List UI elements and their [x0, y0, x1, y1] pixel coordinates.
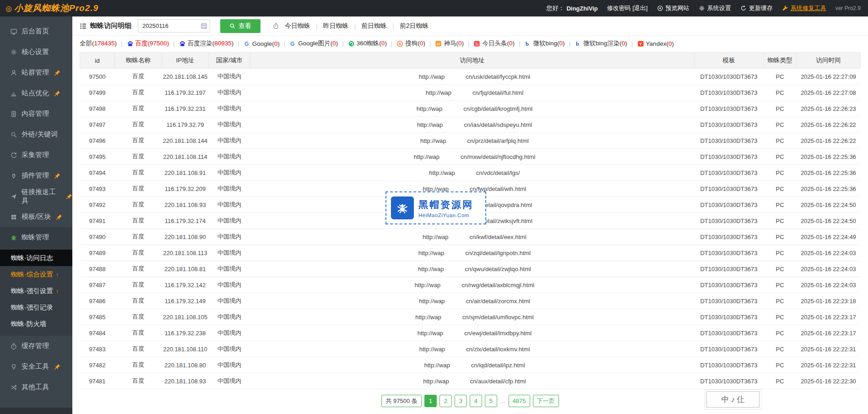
stopwatch-icon: [272, 22, 279, 29]
quick-link-3[interactable]: 前2日蜘蛛: [400, 22, 429, 30]
submenu-item-spider-force-log[interactable]: 蜘蛛·强引记录: [0, 299, 72, 316]
cell-spider-type: PC: [764, 373, 797, 389]
sidebar-item-core[interactable]: 核心设置: [0, 42, 72, 62]
sidebar-item-tools[interactable]: 其他工具: [0, 377, 72, 398]
cell-spider-type: PC: [764, 309, 797, 325]
page-button-1[interactable]: 1: [424, 395, 437, 407]
sidebar-item-templates[interactable]: 模板/区块: [0, 207, 72, 227]
filter-Yandex[interactable]: YYandex(0): [637, 40, 674, 47]
separator: |: [342, 40, 344, 47]
refresh-icon: [740, 5, 747, 11]
quick-link-1[interactable]: 昨日蜘蛛: [323, 22, 349, 30]
sidebar-item-sites[interactable]: 站群管理: [0, 62, 72, 83]
filter-百度渲染[interactable]: 百度渲染(80935): [179, 39, 234, 48]
quick-link-2[interactable]: 前日蜘蛛: [361, 22, 387, 30]
cell-url: http://wapcn/cgb/detail/krogtmfj.html: [250, 101, 694, 117]
submenu-item-spider-log[interactable]: 蜘蛛·访问日志: [0, 250, 72, 266]
filter-搜狗[interactable]: S搜狗(0): [396, 39, 425, 48]
pin-icon: [54, 90, 60, 97]
separator: |: [238, 40, 239, 47]
col-header-访问时间: 访问时间: [797, 53, 861, 69]
cell-spider-name: 百度: [115, 261, 162, 277]
cell-country: 中国境内: [209, 309, 250, 325]
filter-Google图片[interactable]: GGoogle图片(0): [289, 39, 338, 48]
cell-template: DT1030/1030DT3673: [694, 165, 764, 181]
next-page-button[interactable]: 下一页: [533, 395, 559, 407]
submenu-item-spider-force[interactable]: 蜘蛛·强引设置↑: [0, 283, 72, 299]
filter-全部[interactable]: 全部(178435): [80, 39, 117, 48]
cell-country: 中国境内: [209, 341, 250, 357]
cell-template: DT1030/1030DT3673: [694, 309, 764, 325]
sidebar-item-label: 插件管理: [22, 171, 49, 180]
filter-微软bing[interactable]: b微软bing(0): [524, 39, 564, 48]
view-button[interactable]: 查看: [220, 19, 260, 33]
ime-widget[interactable]: 中 ♪ 仩: [706, 391, 760, 408]
sidebar-item-push[interactable]: 链接推送工具: [0, 186, 72, 207]
filter-微软bing渲染[interactable]: b微软bing渲染(0): [575, 39, 627, 48]
svg-text:S: S: [399, 41, 401, 46]
pagination-ellipsis: ...: [500, 398, 506, 404]
cell-spider-type: PC: [764, 213, 797, 229]
cell-visit-time: 2025-01-16 22:23:17: [797, 325, 861, 341]
cell-visit-time: 2025-01-16 22:24:03: [797, 277, 861, 293]
sidebar-item-collect[interactable]: 采集管理: [0, 145, 72, 165]
cell-template: DT1030/1030DT3673: [694, 261, 764, 277]
system-settings-link[interactable]: 系统设置: [699, 4, 731, 12]
pagination-total: 共 97500 条: [381, 395, 421, 407]
cell-id: 97488: [80, 261, 115, 277]
sidebar-item-label: 外链/关键词: [22, 130, 58, 139]
document-icon: [10, 110, 17, 118]
sidebar-item-spider[interactable]: 蜘蛛管理: [0, 227, 72, 248]
sidebar-item-plugins[interactable]: 插件管理: [0, 165, 72, 186]
cell-url: http://wapcn/qwu/detail/zwjtqo.html: [250, 261, 694, 277]
page-button-2[interactable]: 2: [439, 395, 452, 407]
system-repair-link[interactable]: 系统修复工具: [782, 4, 826, 12]
cell-url: http://wapcn/fjq/detail/ful.html: [250, 85, 694, 101]
date-input[interactable]: [138, 19, 210, 33]
sidebar-item-keywords[interactable]: 外链/关键词: [0, 124, 72, 145]
page-button-4875[interactable]: 4875: [509, 395, 530, 407]
filter-360蜘蛛[interactable]: 360蜘蛛(0): [348, 39, 387, 48]
quick-link-0[interactable]: 今日蜘蛛: [285, 22, 310, 30]
spider-logo-icon: [396, 201, 409, 215]
google-icon: G: [289, 40, 296, 47]
cell-template: DT1030/1030DT3673: [694, 373, 764, 389]
app-logo: ◎ 小旋风蜘蛛池Pro2.9: [5, 2, 98, 14]
sidebar-item-home[interactable]: 后台首页: [0, 21, 72, 42]
cell-visit-time: 2025-01-16 22:22:31: [797, 341, 861, 357]
sidebar-item-optimize[interactable]: 站点优化: [0, 83, 72, 104]
page-button-3[interactable]: 3: [455, 395, 467, 407]
submenu-item-spider-firewall[interactable]: 蜘蛛·防火墙: [0, 316, 72, 332]
calendar-icon[interactable]: [201, 22, 207, 29]
cell-id: 97493: [80, 181, 115, 197]
sidebar-item-cache[interactable]: 缓存管理: [0, 336, 72, 356]
preview-site-link[interactable]: 预览网站: [657, 4, 689, 12]
sidebar-item-label: 链接推送工具: [22, 188, 61, 205]
refresh-cache-link[interactable]: 更新缓存: [740, 4, 773, 12]
cell-country: 中国境内: [209, 229, 250, 245]
gear-icon: [10, 49, 17, 56]
page-button-4[interactable]: 4: [470, 395, 482, 407]
cell-ip: 116.179.32.231: [162, 101, 209, 117]
date-field-wrap: [138, 19, 210, 33]
submenu-item-spider-general[interactable]: 蜘蛛·综合设置↑: [0, 266, 72, 283]
sidebar-item-security[interactable]: 安全工具: [0, 356, 72, 377]
filter-百度[interactable]: 百度(97500): [127, 39, 169, 48]
account-links[interactable]: 修改密码 [退出]: [607, 4, 648, 12]
sidebar-item-label: 站点优化: [22, 89, 49, 98]
cell-spider-type: PC: [764, 293, 797, 309]
table-row: 97485百度220.181.108.105中国境内http://wapcn/s…: [80, 309, 861, 325]
sidebar-item-content[interactable]: 内容管理: [0, 104, 72, 124]
eye-icon: [657, 5, 663, 11]
cell-country: 中国境内: [209, 277, 250, 293]
cell-spider-name: 百度: [115, 293, 162, 309]
page-button-5[interactable]: 5: [485, 395, 497, 407]
cell-template: DT1030/1030DT3673: [694, 293, 764, 309]
filter-Google[interactable]: GGoogle(0): [244, 40, 280, 47]
cell-visit-time: 2025-01-16 22:24:49: [797, 229, 861, 245]
filter-今日头条[interactable]: 头今日头条(0): [473, 39, 515, 48]
sidebar-item-label: 核心设置: [22, 48, 49, 56]
filter-神马[interactable]: 神神马(0): [435, 39, 464, 48]
main-content: 蜘蛛访问明细 查看 今日蜘蛛|昨日蜘蛛|前日蜘蛛|前2日蜘蛛 全部(178435…: [72, 16, 868, 414]
cell-id: 97490: [80, 229, 115, 245]
